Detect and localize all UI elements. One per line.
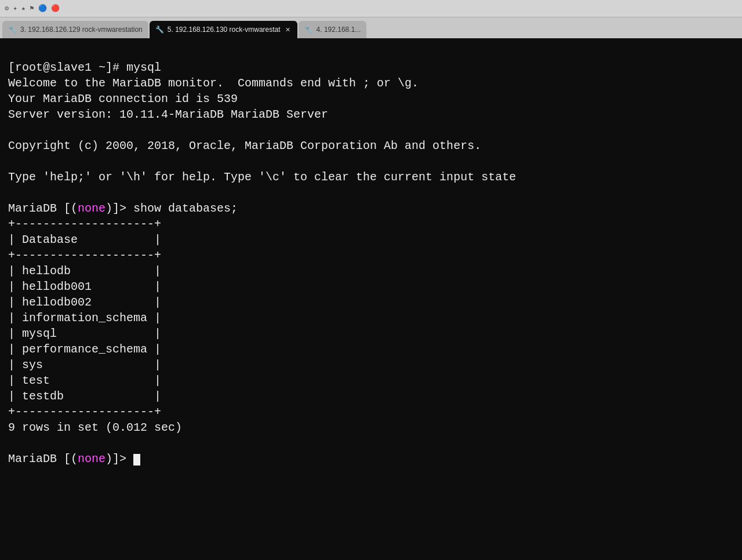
prompt-line: MariaDB [(none)]> [8,452,140,466]
tab-3-icon: 🔧 [8,26,17,34]
line-16: | hellodb002 | [8,296,161,309]
line-10-prefix: MariaDB [(none)]> show databases; [8,202,238,215]
tab-5-label: 5. 192.168.126.130 rock-vmwarestat [168,26,281,34]
line-15: | hellodb001 | [8,280,161,293]
tab-5-close[interactable]: ✕ [284,26,292,34]
line-13: +--------------------+ [8,249,161,262]
line-17: | information_schema | [8,311,161,325]
browser-top-icons: ⚙ ✦ ★ ⚑ 🔵 🔴 [5,4,60,13]
terminal[interactable]: [root@slave1 ~]# mysql Welcome to the Ma… [0,38,742,560]
line-2: Welcome to the MariaDB monitor. Commands… [8,77,419,90]
tab-4-icon: 🔧 [304,26,313,34]
tab-3[interactable]: 🔧 3. 192.168.126.129 rock-vmwarestation [2,21,148,38]
browser-chrome: ⚙ ✦ ★ ⚑ 🔵 🔴 [0,0,742,17]
line-19: | performance_schema | [8,343,161,356]
line-20: | sys | [8,358,161,372]
tab-4[interactable]: 🔧 4. 192.168.1... [299,21,367,38]
tab-5-icon: 🔧 [155,26,164,34]
line-8: Type 'help;' or '\h' for help. Type '\c'… [8,170,516,184]
tab-5[interactable]: 🔧 5. 192.168.126.130 rock-vmwarestat ✕ [150,21,297,38]
line-14: | hellodb | [8,264,161,278]
line-4: Server version: 10.11.4-MariaDB MariaDB … [8,108,328,121]
line-18: | mysql | [8,327,161,340]
line-1: [root@slave1 ~]# mysql [8,61,161,74]
prompt-none: none [78,202,106,215]
tab-4-label: 4. 192.168.1... [317,26,361,34]
terminal-cursor [133,454,140,466]
line-3: Your MariaDB connection id is 539 [8,92,238,106]
line-12: | Database | [8,233,161,246]
tab-bar: 🔧 3. 192.168.126.129 rock-vmwarestation … [0,17,742,38]
line-22: | testdb | [8,390,161,403]
tab-3-label: 3. 192.168.126.129 rock-vmwarestation [20,26,143,34]
terminal-output: [root@slave1 ~]# mysql Welcome to the Ma… [8,44,734,482]
line-11: +--------------------+ [8,217,161,231]
prompt-none-2: none [78,452,106,466]
line-23: +--------------------+ [8,405,161,419]
line-6: Copyright (c) 2000, 2018, Oracle, MariaD… [8,139,481,152]
line-24: 9 rows in set (0.012 sec) [8,421,182,434]
line-21: | test | [8,374,161,387]
